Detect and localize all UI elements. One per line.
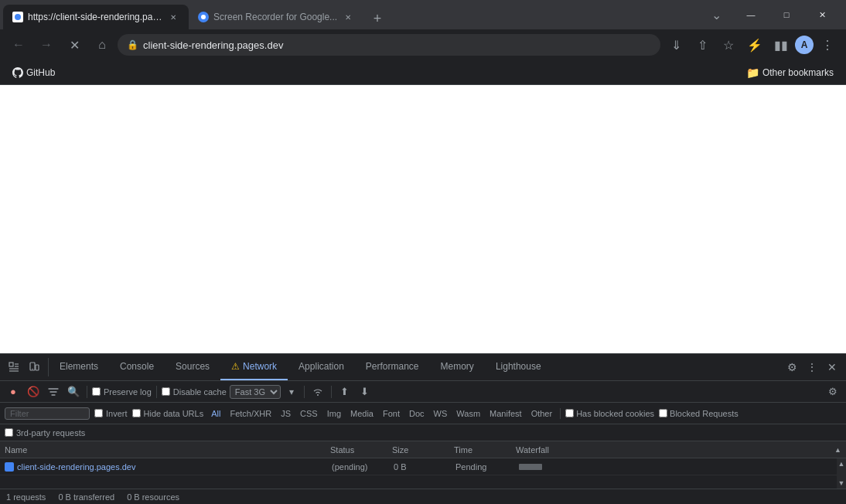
hide-data-urls-checkbox[interactable]: Hide data URLs	[132, 409, 204, 418]
blocked-requests-input[interactable]	[659, 409, 667, 417]
table-row[interactable]: client-side-rendering.pages.dev (pending…	[0, 458, 837, 475]
nav-bar: ← → ✕ ⌂ 🔒 client-side-rendering.pages.de…	[0, 29, 846, 60]
row-time: Pending	[455, 462, 517, 472]
share-button[interactable]: ⇧	[690, 32, 715, 57]
devtools-panel: Elements Console Sources ⚠ Network Appli…	[0, 353, 846, 504]
tab-2-close[interactable]: ✕	[342, 11, 354, 23]
filter-chip-img[interactable]: Img	[324, 408, 344, 419]
invert-input[interactable]	[94, 409, 103, 417]
tab-strip: https://client-side-rendering.pag... ✕ S…	[0, 0, 705, 29]
tab-1[interactable]: https://client-side-rendering.pag... ✕	[3, 5, 189, 29]
tab-overflow-button[interactable]: ⌄	[705, 0, 727, 29]
devtools-inspect-button[interactable]	[5, 358, 23, 376]
filter-chip-doc[interactable]: Doc	[406, 408, 428, 419]
tab-2-title: Screen Recorder for Google...	[213, 12, 337, 22]
col-status[interactable]: Status	[330, 445, 392, 455]
blocked-requests-checkbox[interactable]: Blocked Requests	[659, 409, 739, 418]
filter-chip-manifest[interactable]: Manifest	[486, 408, 525, 419]
filter-chip-fetch-xhr[interactable]: Fetch/XHR	[227, 408, 275, 419]
download-har-button[interactable]: ⬇	[356, 383, 374, 400]
throttle-dropdown-icon[interactable]: ▾	[284, 384, 299, 400]
devtools-device-button[interactable]	[25, 358, 43, 376]
devtools-close-button[interactable]: ✕	[823, 358, 841, 376]
tab-lighthouse[interactable]: Lighthouse	[485, 354, 552, 380]
other-bookmarks[interactable]: 📁 Other bookmarks	[740, 63, 840, 82]
preserve-log-input[interactable]	[92, 387, 101, 396]
filter-chip-wasm[interactable]: Wasm	[453, 408, 483, 419]
back-button[interactable]: ←	[6, 32, 31, 57]
network-table-header: Name Status Size Time Waterfall ▲	[0, 441, 846, 458]
minimize-button[interactable]: —	[733, 2, 769, 27]
third-party-row: 3rd-party requests	[0, 424, 846, 441]
filter-input[interactable]	[5, 407, 90, 420]
scroll-up-button[interactable]: ▲	[837, 458, 846, 469]
warning-icon: ⚠	[231, 361, 240, 372]
menu-button[interactable]: ⋮	[815, 32, 840, 57]
search-button[interactable]: 🔍	[65, 383, 82, 400]
has-blocked-cookies-input[interactable]	[565, 409, 574, 417]
clear-button[interactable]: 🚫	[25, 383, 42, 400]
devtools-settings-button[interactable]: ⚙	[783, 358, 801, 376]
filter-chip-css[interactable]: CSS	[297, 408, 321, 419]
third-party-input[interactable]	[5, 428, 13, 437]
tab-sources[interactable]: Sources	[165, 354, 220, 380]
maximize-button[interactable]: □	[769, 2, 804, 27]
devtools-topbar: Elements Console Sources ⚠ Network Appli…	[0, 354, 846, 381]
third-party-checkbox[interactable]: 3rd-party requests	[5, 428, 85, 438]
tab-performance[interactable]: Performance	[355, 354, 430, 380]
filter-chip-other[interactable]: Other	[528, 408, 556, 419]
tab-memory[interactable]: Memory	[430, 354, 485, 380]
toolbar-separator-2	[156, 386, 157, 398]
filter-chip-js[interactable]: JS	[278, 408, 294, 419]
github-bookmark[interactable]: GitHub	[6, 64, 61, 81]
tab-2[interactable]: Screen Recorder for Google... ✕	[189, 5, 363, 29]
network-settings-button[interactable]: ⚙	[824, 383, 841, 400]
forward-button[interactable]: →	[34, 32, 59, 57]
tab-network[interactable]: ⚠ Network	[220, 354, 288, 380]
col-waterfall[interactable]: Waterfall ▲	[516, 445, 841, 455]
col-time[interactable]: Time	[454, 445, 516, 455]
row-favicon-icon	[5, 462, 14, 472]
tab-application[interactable]: Application	[288, 354, 355, 380]
network-scrollbar[interactable]: ▲ ▼	[837, 458, 846, 489]
reload-button[interactable]: ✕	[62, 32, 87, 57]
page-content	[0, 85, 846, 353]
upload-har-button[interactable]: ⬆	[336, 383, 353, 400]
tab-elements[interactable]: Elements	[49, 354, 109, 380]
disable-cache-checkbox[interactable]: Disable cache	[162, 387, 227, 397]
has-blocked-cookies-checkbox[interactable]: Has blocked cookies	[565, 409, 654, 418]
preserve-log-checkbox[interactable]: Preserve log	[92, 387, 152, 397]
wifi-conditions-button[interactable]	[309, 383, 326, 400]
disable-cache-input[interactable]	[162, 387, 170, 396]
tab-1-close[interactable]: ✕	[167, 11, 179, 23]
filter-chip-all[interactable]: All	[208, 408, 223, 419]
home-button[interactable]: ⌂	[90, 32, 114, 57]
resources-size: 0 B resources	[127, 492, 179, 502]
scroll-down-button[interactable]: ▼	[837, 478, 846, 489]
record-button[interactable]: ●	[5, 383, 22, 400]
new-tab-button[interactable]: +	[367, 8, 388, 29]
nav-actions: ⇓ ⇧ ☆ ⚡ ▮▮ A ⋮	[663, 32, 840, 57]
bookmark-button[interactable]: ☆	[716, 32, 741, 57]
address-bar[interactable]: 🔒 client-side-rendering.pages.dev	[118, 34, 660, 56]
extensions-button[interactable]: ⚡	[742, 32, 767, 57]
devtools-more-button[interactable]: ⋮	[803, 358, 821, 376]
invert-checkbox[interactable]: Invert	[94, 409, 128, 418]
filter-chip-media[interactable]: Media	[347, 408, 377, 419]
profile-avatar[interactable]: A	[795, 36, 814, 54]
devtools-statusbar: 1 requests 0 B transferred 0 B resources	[0, 489, 846, 504]
col-size[interactable]: Size	[392, 445, 454, 455]
hide-data-urls-input[interactable]	[132, 409, 141, 417]
sidebar-button[interactable]: ▮▮	[769, 32, 793, 57]
close-button[interactable]: ✕	[804, 2, 840, 27]
filter-chip-font[interactable]: Font	[380, 408, 403, 419]
row-waterfall	[517, 461, 832, 472]
save-to-phone-button[interactable]: ⇓	[663, 32, 688, 57]
filter-chip-ws[interactable]: WS	[431, 408, 451, 419]
tab-console[interactable]: Console	[109, 354, 165, 380]
filter-toggle-button[interactable]	[45, 383, 62, 400]
throttle-select[interactable]: Fast 3G	[230, 385, 281, 399]
col-name[interactable]: Name	[5, 445, 330, 455]
toolbar-separator-1	[87, 386, 87, 398]
svg-point-1	[201, 15, 206, 19]
